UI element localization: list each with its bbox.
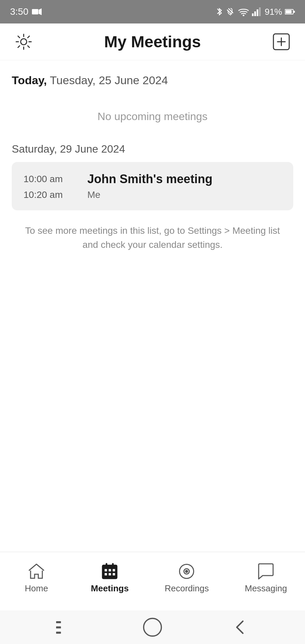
- meeting-start-time: 10:00 am: [24, 174, 77, 184]
- video-icon: [32, 8, 42, 15]
- svg-marker-1: [39, 8, 42, 15]
- wifi-icon: [238, 7, 249, 16]
- status-bar: 3:50 91%: [0, 0, 305, 23]
- svg-point-10: [20, 39, 27, 45]
- add-meeting-button[interactable]: [270, 30, 293, 54]
- system-home-button[interactable]: [142, 617, 163, 637]
- svg-rect-5: [257, 9, 258, 16]
- battery-icon: [285, 9, 295, 15]
- nav-label-home: Home: [25, 583, 48, 594]
- svg-rect-3: [252, 13, 254, 16]
- nav-item-recordings[interactable]: Recordings: [158, 559, 216, 597]
- svg-point-29: [144, 619, 162, 636]
- meeting-row-host: 10:20 am Me: [24, 190, 281, 200]
- page-title: My Meetings: [104, 33, 201, 51]
- nav-label-meetings: Meetings: [91, 583, 129, 594]
- recordings-icon: [177, 562, 196, 581]
- meetings-icon: [100, 562, 119, 581]
- svg-rect-4: [254, 11, 256, 16]
- svg-rect-22: [112, 563, 114, 567]
- today-header: Today, Tuesday, 25 June 2024: [12, 74, 293, 87]
- svg-point-25: [186, 571, 188, 573]
- system-nav-bar: [0, 610, 305, 644]
- svg-rect-8: [286, 10, 292, 13]
- svg-rect-9: [294, 11, 295, 13]
- home-icon: [27, 562, 46, 581]
- bluetooth-icon: [216, 7, 223, 16]
- svg-rect-28: [56, 632, 61, 634]
- settings-button[interactable]: [12, 30, 35, 54]
- battery-percent: 91%: [265, 7, 282, 17]
- svg-rect-27: [56, 627, 61, 629]
- svg-rect-20: [113, 573, 115, 576]
- system-back-button[interactable]: [231, 617, 251, 637]
- no-meetings-message: No upcoming meetings: [12, 97, 293, 143]
- nav-label-recordings: Recordings: [165, 583, 209, 594]
- settings-hint: To see more meetings in this list, go to…: [12, 224, 293, 252]
- nav-label-messaging: Messaging: [245, 583, 287, 594]
- status-bar-time: 3:50: [10, 6, 42, 17]
- status-bar-icons: 91%: [216, 7, 295, 17]
- svg-rect-26: [56, 621, 61, 623]
- meeting-row-title: 10:00 am John Smith's meeting: [24, 172, 281, 186]
- future-date-header: Saturday, 29 June 2024: [12, 143, 293, 155]
- svg-rect-15: [104, 569, 107, 572]
- today-date: Tuesday, 25 June 2024: [47, 74, 168, 87]
- mute-icon: [226, 7, 235, 16]
- messaging-icon: [257, 562, 275, 581]
- svg-rect-14: [102, 565, 117, 579]
- meeting-host: Me: [87, 190, 100, 200]
- meeting-title: John Smith's meeting: [87, 172, 213, 186]
- svg-rect-6: [259, 7, 261, 16]
- bottom-navigation: Home Meetings Recordings Messaging: [0, 552, 305, 610]
- today-label: Today,: [12, 74, 47, 87]
- svg-point-2: [243, 15, 244, 16]
- svg-rect-19: [108, 573, 111, 576]
- nav-item-home[interactable]: Home: [11, 559, 62, 597]
- time-display: 3:50: [10, 6, 29, 17]
- svg-rect-21: [106, 563, 107, 567]
- main-content: Today, Tuesday, 25 June 2024 No upcoming…: [0, 60, 305, 552]
- nav-item-messaging[interactable]: Messaging: [238, 559, 294, 597]
- svg-rect-0: [32, 9, 38, 14]
- svg-rect-17: [113, 569, 115, 572]
- signal-icon: [252, 7, 262, 16]
- system-recent-button[interactable]: [54, 617, 74, 637]
- nav-item-meetings[interactable]: Meetings: [84, 559, 136, 597]
- svg-rect-16: [108, 569, 111, 572]
- app-header: My Meetings: [0, 23, 305, 60]
- svg-rect-18: [104, 573, 107, 576]
- meeting-end-time: 10:20 am: [24, 190, 77, 200]
- meeting-card[interactable]: 10:00 am John Smith's meeting 10:20 am M…: [12, 162, 293, 210]
